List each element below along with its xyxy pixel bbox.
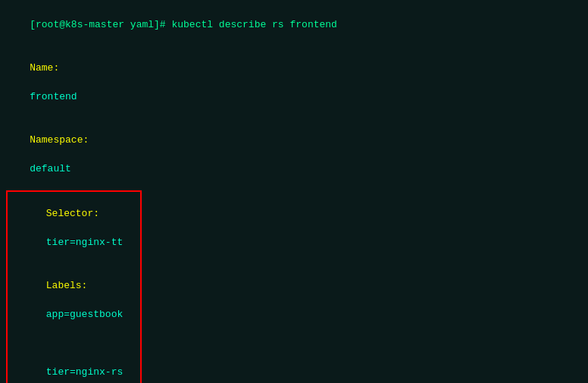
namespace-line: Namespace: default xyxy=(6,118,582,190)
selector-value: tier=nginx-tt xyxy=(46,237,123,248)
name-value: frontend xyxy=(30,91,77,102)
prompt: [root@k8s-master yaml]# kubectl describe… xyxy=(30,19,337,30)
labels-label: Labels: xyxy=(46,280,88,291)
terminal-window: [root@k8s-master yaml]# kubectl describe… xyxy=(0,0,588,383)
name-line: Name: frontend xyxy=(6,46,582,118)
labels-value1: app=guestbook xyxy=(46,309,123,320)
selector-labels-block: Selector: tier=nginx-tt Labels: app=gues… xyxy=(6,190,142,383)
selector-line: Selector: tier=nginx-tt xyxy=(11,192,137,264)
command-line: [root@k8s-master yaml]# kubectl describe… xyxy=(6,3,582,46)
labels-value2: tier=nginx-rs xyxy=(46,366,123,378)
labels-line2: tier=nginx-rs xyxy=(11,336,137,383)
namespace-label: Namespace: xyxy=(30,134,89,146)
labels-line: Labels: app=guestbook xyxy=(11,264,137,336)
name-label: Name: xyxy=(30,62,59,74)
selector-label: Selector: xyxy=(46,208,99,219)
namespace-value: default xyxy=(30,163,71,174)
